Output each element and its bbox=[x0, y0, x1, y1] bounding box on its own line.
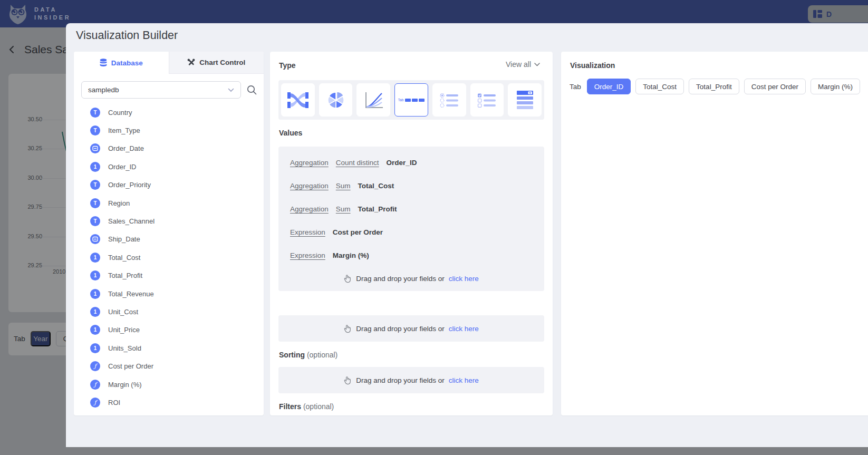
field-label: Cost per Order bbox=[108, 362, 153, 370]
field-item[interactable]: 1Total_Cost bbox=[74, 248, 264, 266]
value-kind-link[interactable]: Aggregation bbox=[290, 205, 329, 213]
tab-chart-control[interactable]: Chart Control bbox=[169, 52, 264, 74]
field-item[interactable]: 1Unit_Price bbox=[74, 321, 264, 339]
tab-database[interactable]: Database bbox=[74, 52, 169, 74]
drag-hand-icon bbox=[344, 376, 352, 385]
value-field-name: Total_Cost bbox=[358, 182, 394, 190]
chart-type-radio-list[interactable] bbox=[432, 83, 466, 117]
field-label: Units_Sold bbox=[108, 344, 141, 352]
number-field-type-icon: 1 bbox=[90, 289, 100, 299]
chart-type-table[interactable] bbox=[508, 83, 542, 117]
function-field-type-icon: ƒ bbox=[90, 398, 100, 408]
function-field-type-icon: ƒ bbox=[90, 361, 100, 371]
date-field-type-icon bbox=[90, 143, 100, 153]
brand-text: DATA INSIDER bbox=[34, 6, 71, 22]
chart-type-line[interactable] bbox=[356, 83, 390, 117]
field-item[interactable]: 1Unit_Cost bbox=[74, 303, 264, 321]
dropzone-click-here-link[interactable]: click here bbox=[449, 376, 479, 384]
modal-title: Visualization Builder bbox=[76, 29, 178, 42]
value-row[interactable]: AggregationSumTotal_Cost bbox=[290, 174, 544, 197]
drag-hand-icon bbox=[344, 274, 352, 283]
value-kind-link[interactable]: Aggregation bbox=[290, 159, 329, 167]
dashboard-button[interactable]: D bbox=[808, 5, 868, 23]
value-kind-link[interactable]: Expression bbox=[290, 251, 325, 259]
value-row[interactable]: ExpressionCost per Order bbox=[290, 220, 544, 244]
view-all-button[interactable]: View all bbox=[506, 60, 540, 69]
field-item[interactable]: ƒMargin (%) bbox=[74, 375, 264, 393]
values-heading: Values bbox=[279, 129, 302, 137]
chevron-down-icon bbox=[228, 88, 234, 92]
type-heading: Type bbox=[279, 61, 296, 70]
view-all-label: View all bbox=[506, 60, 531, 69]
field-item[interactable]: TOrder_Priority bbox=[74, 176, 264, 194]
viz-tab-cost-per-order[interactable]: Cost per Order bbox=[744, 79, 806, 94]
number-field-type-icon: 1 bbox=[90, 325, 100, 335]
field-item[interactable]: 1Units_Sold bbox=[74, 339, 264, 357]
value-field-name: Cost per Order bbox=[333, 228, 383, 236]
field-item[interactable]: Ship_Date bbox=[74, 230, 264, 248]
value-method-link[interactable]: Sum bbox=[336, 182, 351, 190]
filters-optional-label: (optional) bbox=[303, 402, 334, 411]
dashboard-button-label: D bbox=[826, 10, 832, 18]
values-panel: AggregationCount distinctOrder_IDAggrega… bbox=[278, 147, 544, 291]
value-field-name: Total_Profit bbox=[358, 205, 397, 213]
database-panel: Database Chart Control sampledb bbox=[74, 52, 264, 415]
field-item[interactable]: TSales_Channel bbox=[74, 212, 264, 230]
field-item[interactable]: ƒROI bbox=[74, 393, 264, 411]
filters-panel: Drag and drop your fields or click here bbox=[278, 367, 544, 393]
viz-tab-order-id[interactable]: Order_ID bbox=[587, 79, 631, 94]
field-item[interactable]: Order_Date bbox=[74, 140, 264, 158]
database-select-value: sampledb bbox=[88, 86, 119, 94]
value-kind-link[interactable]: Aggregation bbox=[290, 182, 329, 190]
field-item[interactable]: TItem_Type bbox=[74, 121, 264, 139]
viz-tab-label: Tab bbox=[570, 83, 581, 91]
value-row[interactable]: AggregationSumTotal_Profit bbox=[290, 197, 544, 220]
value-method-link[interactable]: Sum bbox=[336, 205, 351, 213]
dropzone-text: Drag and drop your fields or bbox=[356, 376, 444, 384]
viz-tab-total-cost[interactable]: Total_Cost bbox=[635, 79, 684, 94]
viz-tab-margin-[interactable]: Margin (%) bbox=[811, 79, 860, 94]
field-item[interactable]: 1Total_Profit bbox=[74, 267, 264, 285]
viz-tab-total-profit[interactable]: Total_Profit bbox=[689, 79, 739, 94]
field-label: Region bbox=[108, 199, 130, 207]
field-label: Order_Priority bbox=[108, 181, 151, 189]
radio-list-icon bbox=[440, 93, 459, 108]
field-label: Ship_Date bbox=[108, 235, 140, 243]
field-item[interactable]: 1Total_Revenue bbox=[74, 285, 264, 303]
chart-type-checkbox-list[interactable] bbox=[470, 83, 504, 117]
number-field-type-icon: 1 bbox=[90, 307, 100, 317]
value-row[interactable]: ExpressionMargin (%) bbox=[290, 244, 544, 267]
dropzone-text: Drag and drop your fields or bbox=[356, 275, 444, 283]
field-item[interactable]: TRegion bbox=[74, 194, 264, 212]
text-field-type-icon: T bbox=[90, 180, 100, 190]
value-kind-link[interactable]: Expression bbox=[290, 228, 325, 236]
field-item[interactable]: TCountry bbox=[74, 103, 264, 121]
values-dropzone: Drag and drop your fields or click here bbox=[278, 274, 544, 283]
database-icon bbox=[100, 59, 107, 67]
dropzone-click-here-link[interactable]: click here bbox=[449, 275, 479, 283]
text-field-type-icon: T bbox=[90, 198, 100, 208]
database-select[interactable]: sampledb bbox=[81, 81, 241, 99]
chevron-down-icon bbox=[534, 63, 540, 66]
sorting-heading: Sorting (optional) bbox=[279, 351, 337, 359]
screen: Sales Sa 30.5030.2530.0029.7529.5029.25 … bbox=[0, 0, 868, 455]
field-item[interactable]: 1Order_ID bbox=[74, 158, 264, 176]
chart-type-sankey[interactable] bbox=[281, 83, 315, 117]
field-label: Order_Date bbox=[108, 144, 144, 152]
sankey-icon bbox=[287, 91, 308, 109]
search-icon[interactable] bbox=[246, 84, 257, 95]
chart-type-tab[interactable]: Tab bbox=[394, 83, 428, 117]
value-row[interactable]: AggregationCount distinctOrder_ID bbox=[290, 151, 544, 174]
chart-type-pie[interactable] bbox=[319, 83, 353, 117]
dropzone-click-here-link[interactable]: click here bbox=[449, 325, 479, 333]
tab-chart-control-label: Chart Control bbox=[199, 59, 245, 66]
brand[interactable]: DATA INSIDER bbox=[7, 3, 71, 25]
value-method-link[interactable]: Count distinct bbox=[336, 159, 379, 167]
field-label: Margin (%) bbox=[108, 381, 142, 389]
filters-heading: Filters (optional) bbox=[279, 402, 334, 411]
field-item[interactable]: ƒCost per Order bbox=[74, 357, 264, 375]
date-field-type-icon bbox=[90, 234, 100, 244]
number-field-type-icon: 1 bbox=[90, 270, 100, 280]
number-field-type-icon: 1 bbox=[90, 253, 100, 263]
drag-hand-icon bbox=[344, 324, 352, 333]
